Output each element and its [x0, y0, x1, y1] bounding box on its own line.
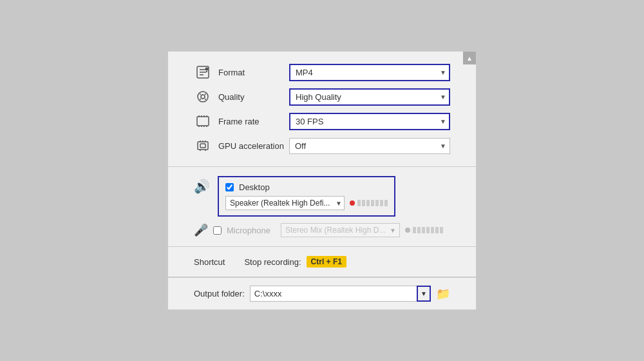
vol-bar-5: [375, 200, 379, 206]
desktop-device-select[interactable]: Speaker (Realtek High Defi... Default: [225, 196, 345, 210]
mic-vol-bar-7: [440, 227, 443, 233]
mic-vol-bar-4: [426, 227, 430, 233]
speaker-icon: 🔊: [194, 179, 210, 194]
svg-rect-22: [198, 142, 208, 150]
mic-vol-bar-6: [435, 227, 439, 233]
quality-select-wrapper: High Quality Medium Quality Low Quality …: [289, 88, 450, 106]
gpu-select[interactable]: Off On: [289, 138, 450, 154]
mic-vol-bar-2: [417, 227, 421, 233]
framerate-label: Frame rate: [218, 117, 289, 126]
output-dropdown-arrow: ▼: [421, 290, 427, 297]
vol-bar-7: [384, 200, 388, 206]
shortcut-label: Shortcut: [194, 257, 225, 267]
output-section: Output folder: ▼ 📁: [168, 277, 476, 309]
video-settings-section: Format MP4 AVI MKV WMV ▼: [168, 52, 476, 166]
shortcut-section: Shortcut Stop recording: Ctrl + F1: [168, 247, 476, 277]
microphone-label: Microphone: [227, 226, 270, 235]
format-select-wrapper: MP4 AVI MKV WMV ▼: [289, 64, 450, 81]
desktop-checkbox[interactable]: [225, 183, 234, 191]
vol-bar-2: [362, 200, 365, 206]
desktop-audio-box: Desktop Speaker (Realtek High Defi... De…: [218, 176, 395, 217]
svg-point-10: [205, 93, 206, 95]
vol-bar-6: [380, 200, 383, 206]
gpu-icon: [194, 137, 212, 155]
desktop-volume: [350, 200, 388, 206]
vol-bar-4: [371, 200, 374, 206]
quality-select[interactable]: High Quality Medium Quality Low Quality: [289, 88, 450, 106]
microphone-checkbox[interactable]: [213, 226, 222, 235]
mic-device-select-wrapper: Stereo Mix (Realtek High D... Default ▼: [281, 223, 400, 237]
framerate-select-wrapper: 30 FPS 60 FPS 24 FPS 15 FPS ▼: [289, 113, 450, 130]
settings-panel: ▲ Format MP4 AVI M: [167, 51, 477, 310]
desktop-header-row: Desktop: [225, 182, 388, 192]
format-icon: [194, 63, 212, 81]
svg-point-7: [198, 92, 208, 102]
mic-vol-dot: [405, 228, 410, 233]
quality-label: Quality: [218, 92, 289, 102]
shortcut-stop-recording: Stop recording: Ctrl + F1: [244, 256, 346, 268]
audio-section: 🔊 Desktop Speaker (Realtek High Defi... …: [168, 167, 476, 246]
svg-rect-13: [197, 117, 209, 126]
gpu-row: GPU acceleration Off On ▼: [194, 137, 450, 155]
mic-vol-bar-3: [422, 227, 425, 233]
scroll-up-arrow[interactable]: ▲: [463, 52, 476, 64]
output-folder-label: Output folder:: [194, 289, 245, 298]
mic-icon: 🎤: [194, 223, 208, 237]
mic-vol-bar-5: [431, 227, 434, 233]
svg-rect-28: [200, 144, 205, 148]
desktop-vol-bars: [357, 200, 388, 206]
framerate-row: Frame rate 30 FPS 60 FPS 24 FPS 15 FPS ▼: [194, 112, 450, 130]
output-dropdown-button[interactable]: ▼: [417, 286, 431, 302]
svg-point-11: [200, 99, 201, 100]
vol-bar-1: [357, 200, 361, 206]
desktop-device-select-wrapper: Speaker (Realtek High Defi... Default ▼: [225, 196, 345, 210]
svg-point-9: [200, 93, 201, 95]
framerate-icon: [194, 112, 212, 130]
svg-point-6: [206, 71, 207, 72]
mic-device-select: Stereo Mix (Realtek High D... Default: [281, 223, 400, 237]
desktop-vol-dot: [350, 200, 355, 206]
quality-icon: [194, 88, 212, 106]
format-row: Format MP4 AVI MKV WMV ▼: [194, 63, 450, 81]
shortcut-key: Ctrl + F1: [307, 256, 346, 268]
framerate-select[interactable]: 30 FPS 60 FPS 24 FPS 15 FPS: [289, 113, 450, 130]
svg-point-4: [205, 68, 209, 71]
quality-row: Quality High Quality Medium Quality Low …: [194, 88, 450, 106]
mic-vol-bar-1: [413, 227, 416, 233]
desktop-device-row: Speaker (Realtek High Defi... Default ▼: [225, 196, 388, 210]
microphone-row: 🎤 Microphone Stereo Mix (Realtek High D.…: [194, 223, 450, 237]
gpu-select-wrapper: Off On ▼: [289, 138, 450, 154]
gpu-label: GPU acceleration: [218, 141, 289, 151]
stop-recording-text: Stop recording:: [244, 257, 301, 267]
output-path-input[interactable]: [250, 286, 431, 302]
format-label: Format: [218, 68, 289, 77]
desktop-label: Desktop: [239, 182, 270, 192]
output-path-wrapper: ▼: [250, 286, 431, 302]
mic-vol-bars: [413, 227, 443, 233]
svg-point-8: [201, 95, 205, 99]
svg-point-12: [205, 99, 206, 100]
mic-volume: [405, 227, 443, 233]
folder-browse-icon[interactable]: 📁: [436, 287, 450, 301]
format-select[interactable]: MP4 AVI MKV WMV: [289, 64, 450, 81]
vol-bar-3: [366, 200, 370, 206]
